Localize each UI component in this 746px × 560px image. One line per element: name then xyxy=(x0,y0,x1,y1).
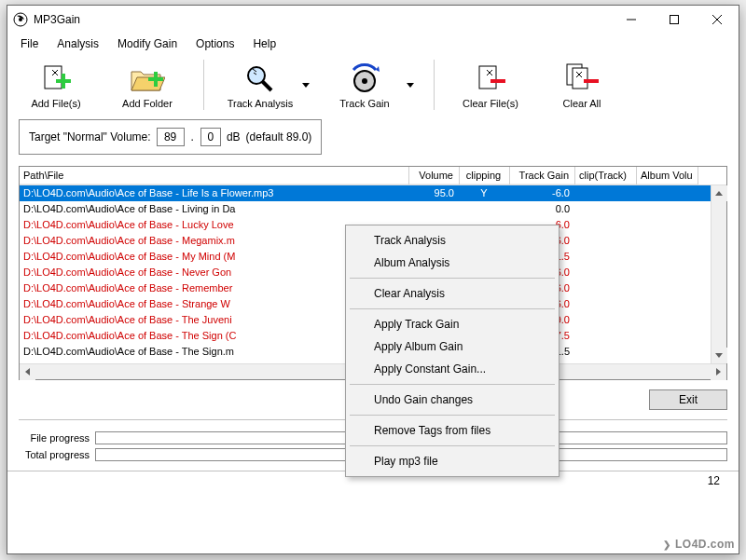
context-menu-item[interactable]: Remove Tags from files xyxy=(348,419,557,442)
toolbar-label: Clear All xyxy=(543,98,621,109)
watermark: ❯ LO4D.com xyxy=(663,538,735,551)
status-count: 12 xyxy=(708,474,720,487)
target-hint: (default 89.0) xyxy=(246,130,312,143)
table-row[interactable]: D:\LO4D.com\Audio\Ace of Base - Life Is … xyxy=(20,185,726,201)
col-volume[interactable]: Volume xyxy=(409,167,460,184)
clear-files-icon xyxy=(451,61,530,98)
minimize-button[interactable] xyxy=(610,6,653,34)
window-title: MP3Gain xyxy=(34,13,610,26)
toolbar-separator xyxy=(434,60,435,110)
clear-all-icon xyxy=(543,61,621,98)
context-menu-item[interactable]: Apply Constant Gain... xyxy=(348,358,557,380)
add-files-icon xyxy=(17,61,95,98)
context-menu[interactable]: Track AnalysisAlbum AnalysisClear Analys… xyxy=(345,225,560,477)
svg-rect-12 xyxy=(490,79,505,83)
toolbar-label: Track Analysis xyxy=(221,98,299,109)
menu-separator xyxy=(350,415,555,416)
toolbar-label: Track Gain xyxy=(325,98,404,109)
svg-rect-11 xyxy=(479,66,496,89)
col-album-vol[interactable]: Album Volu xyxy=(637,167,698,184)
decimal-point: . xyxy=(191,130,194,143)
magnifier-icon xyxy=(221,61,299,98)
track-analysis-dropdown[interactable] xyxy=(299,83,312,88)
menu-separator xyxy=(350,384,555,385)
toolbar-label: Clear File(s) xyxy=(451,98,530,109)
context-menu-item[interactable]: Play mp3 file xyxy=(348,450,557,472)
app-window: MP3Gain File Analysis Modify Gain Option… xyxy=(7,5,739,554)
menubar: File Analysis Modify Gain Options Help xyxy=(7,34,739,54)
total-progress-label: Total progress xyxy=(19,449,95,460)
target-volume-panel: Target "Normal" Volume: . dB (default 89… xyxy=(19,119,322,155)
col-clipping[interactable]: clipping xyxy=(460,167,510,184)
menu-separator xyxy=(350,308,555,309)
toolbar-label: Add File(s) xyxy=(17,98,95,109)
svg-rect-3 xyxy=(45,66,62,89)
svg-point-1 xyxy=(19,18,22,21)
menu-file[interactable]: File xyxy=(11,34,48,54)
toolbar: Add File(s) Add Folder Track Analysis xyxy=(7,54,739,116)
table-row[interactable]: D:\LO4D.com\Audio\Ace of Base - Living i… xyxy=(20,201,726,217)
scroll-right-icon[interactable] xyxy=(711,364,726,380)
menu-help[interactable]: Help xyxy=(243,34,285,54)
context-menu-item[interactable]: Apply Track Gain xyxy=(348,313,557,335)
col-clip-track[interactable]: clip(Track) xyxy=(575,167,637,184)
target-dec-input[interactable] xyxy=(200,128,221,146)
vertical-scrollbar[interactable] xyxy=(711,185,726,363)
app-icon xyxy=(13,12,28,27)
menu-separator xyxy=(350,445,555,446)
track-gain-dropdown[interactable] xyxy=(404,83,417,88)
svg-rect-2 xyxy=(670,16,679,24)
svg-rect-7 xyxy=(154,72,158,87)
track-analysis-button[interactable]: Track Analysis xyxy=(221,61,299,109)
target-int-input[interactable] xyxy=(157,128,185,146)
target-unit: dB xyxy=(227,130,241,143)
menu-analysis[interactable]: Analysis xyxy=(48,34,108,54)
clear-files-button[interactable]: Clear File(s) xyxy=(451,61,530,109)
gain-knob-icon xyxy=(325,61,404,98)
svg-rect-5 xyxy=(62,74,65,89)
context-menu-item[interactable]: Undo Gain changes xyxy=(348,389,557,411)
file-progress-label: File progress xyxy=(19,432,95,444)
menu-separator xyxy=(350,278,555,279)
menu-modify-gain[interactable]: Modify Gain xyxy=(108,34,186,54)
svg-rect-14 xyxy=(573,68,587,89)
scroll-up-icon[interactable] xyxy=(711,185,727,201)
titlebar: MP3Gain xyxy=(7,6,739,34)
context-menu-item[interactable]: Album Analysis xyxy=(348,252,557,274)
target-label: Target "Normal" Volume: xyxy=(29,130,151,143)
maximize-button[interactable] xyxy=(653,6,696,34)
svg-point-10 xyxy=(362,78,367,84)
add-folder-icon xyxy=(108,61,186,98)
scroll-left-icon[interactable] xyxy=(20,364,35,380)
add-folder-button[interactable]: Add Folder xyxy=(108,61,186,109)
grid-header: Path\File Volume clipping Track Gain cli… xyxy=(20,167,726,185)
exit-button[interactable]: Exit xyxy=(649,389,727,410)
context-menu-item[interactable]: Clear Analysis xyxy=(348,282,557,305)
toolbar-label: Add Folder xyxy=(108,98,186,109)
svg-rect-15 xyxy=(584,79,599,83)
watermark-text: LO4D.com xyxy=(675,538,735,551)
context-menu-item[interactable]: Apply Album Gain xyxy=(348,335,557,358)
col-track-gain[interactable]: Track Gain xyxy=(510,167,575,184)
scroll-down-icon[interactable] xyxy=(711,348,727,363)
toolbar-separator xyxy=(203,60,204,110)
track-gain-button[interactable]: Track Gain xyxy=(325,61,404,109)
add-files-button[interactable]: Add File(s) xyxy=(17,61,95,109)
menu-options[interactable]: Options xyxy=(186,34,243,54)
context-menu-item[interactable]: Track Analysis xyxy=(348,229,557,252)
clear-all-button[interactable]: Clear All xyxy=(543,61,621,109)
watermark-icon: ❯ xyxy=(663,540,671,550)
col-path[interactable]: Path\File xyxy=(20,167,409,184)
close-button[interactable] xyxy=(696,6,739,34)
